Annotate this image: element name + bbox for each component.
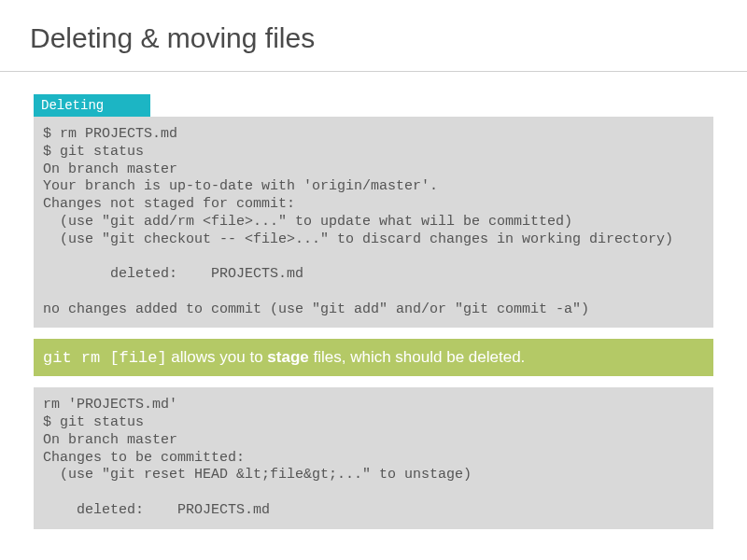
section-label-deleting: Deleting	[34, 94, 150, 117]
callout-text-after: files, which should be deleted.	[309, 348, 526, 366]
code-block-gitrm-status: rm 'PROJECTS.md' $ git status On branch …	[34, 387, 713, 528]
callout-bold-word: stage	[267, 348, 308, 366]
callout-code: git rm [file]	[43, 349, 167, 367]
page-title: Deleting & moving files	[0, 0, 747, 71]
code-block-rm-status: $ rm PROJECTS.md $ git status On branch …	[34, 117, 713, 328]
callout-text-before: allows you to	[167, 348, 268, 366]
slide-content: Deleting $ rm PROJECTS.md $ git status O…	[0, 72, 747, 529]
callout-git-rm: git rm [file] allows you to stage files,…	[34, 339, 713, 376]
slide-container: Deleting & moving files Deleting $ rm PR…	[0, 0, 747, 560]
